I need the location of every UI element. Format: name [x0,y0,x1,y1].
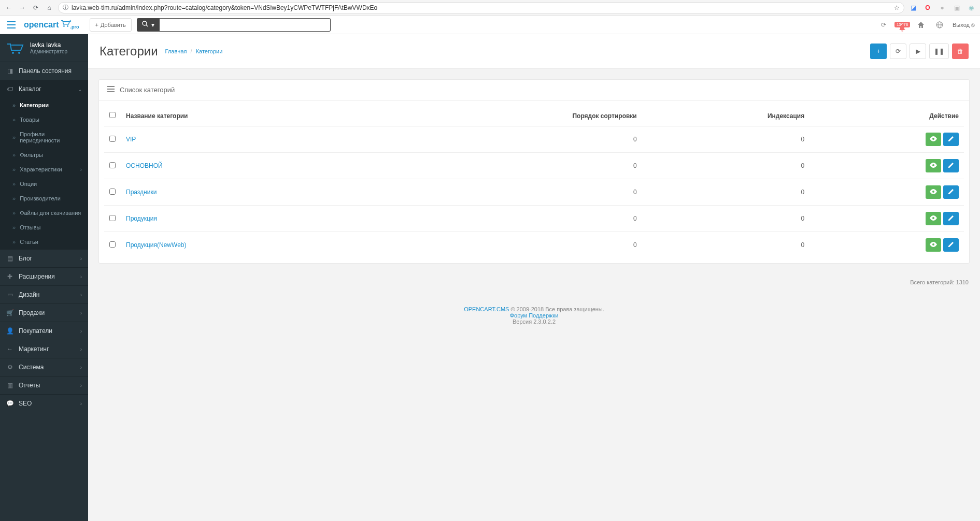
sidebar-menu: ◨Панель состояния 🏷Каталог⌄ »Категории »… [0,62,88,412]
cart-icon [60,20,72,30]
menu-label: Расширения [19,273,55,280]
col-action: Действие [809,106,964,126]
row-checkbox[interactable] [109,162,116,168]
sidebar-subitem-attributes[interactable]: »Характеристики› [0,162,88,177]
row-checkbox[interactable] [109,241,116,248]
sidebar-subitem-manufacturers[interactable]: »Производители [0,191,88,206]
search-icon [142,21,148,28]
category-link[interactable]: VIP [126,136,136,143]
edit-button[interactable] [943,185,959,199]
gear-icon: ⚙ [6,364,13,371]
refresh-icon[interactable]: ⟳ [878,19,889,31]
sidebar-item-marketing[interactable]: ←Маркетинг› [0,340,88,358]
category-link[interactable]: Праздники [126,189,157,196]
view-button[interactable] [926,133,941,146]
add-button[interactable]: + Добавить [90,18,132,32]
play-icon: ▶ [916,48,920,55]
edit-button[interactable] [943,212,959,225]
sidebar-subitem-downloads[interactable]: »Файлы для скачивания [0,206,88,220]
sidebar-item-system[interactable]: ⚙Система› [0,358,88,376]
row-checkbox[interactable] [109,189,116,195]
submenu-label: Файлы для скачивания [20,210,81,216]
col-sort[interactable]: Порядок сортировки [377,106,642,126]
sidebar-subitem-categories[interactable]: »Категории [0,98,88,112]
svg-point-16 [932,164,934,166]
sidebar-subitem-products[interactable]: »Товары [0,112,88,127]
view-button[interactable] [926,238,941,252]
sidebar-item-extensions[interactable]: ✚Расширения› [0,268,88,285]
row-index: 0 [642,126,810,153]
view-button[interactable] [926,212,941,225]
sidebar-subitem-filters[interactable]: »Фильтры [0,148,88,162]
footer-link[interactable]: OPENCART.CMS [464,306,509,312]
edit-button[interactable] [943,133,959,146]
logout-link[interactable]: Выход ⎋ [953,22,975,28]
sidebar-item-design[interactable]: ▭Дизайн› [0,286,88,303]
star-icon[interactable]: ☆ [894,4,900,11]
share-icon: ← [6,345,13,353]
row-sort: 0 [377,232,642,258]
sidebar-item-dashboard[interactable]: ◨Панель состояния [0,62,88,80]
trash-icon: 🗑 [957,48,963,55]
select-all-checkbox[interactable] [109,112,116,118]
view-button[interactable] [926,159,941,172]
ext-icon[interactable]: ▣ [952,3,961,12]
sidebar-item-catalog[interactable]: 🏷Каталог⌄ [0,80,88,98]
edit-button[interactable] [943,159,959,172]
submenu-label: Фильтры [20,152,43,158]
add-label: Добавить [101,22,126,28]
submenu-label: Статьи [20,239,38,245]
logo[interactable]: opencart .pro [24,20,79,30]
play-button[interactable]: ▶ [910,44,926,59]
search-type-dropdown[interactable]: ▾ [137,18,160,32]
notifications-icon[interactable]: 13078 [897,19,908,31]
footer: OPENCART.CMS © 2009-2018 Все права защищ… [88,296,980,340]
globe-icon[interactable] [934,19,945,31]
browser-reload-icon[interactable]: ⟳ [31,3,40,12]
pause-button[interactable]: ❚❚ [929,44,949,59]
ext-icon[interactable]: ● [938,3,947,12]
sidebar-subitem-profiles[interactable]: »Профили периодичности [0,127,88,148]
ext-opera-icon[interactable]: O [923,3,932,12]
category-link[interactable]: ОСНОВНОЙ [126,162,163,169]
cart-icon: 🛒 [6,309,13,316]
menu-toggle-icon[interactable] [5,19,18,31]
sidebar-submenu-catalog: »Категории »Товары »Профили периодичност… [0,98,88,249]
sidebar-subitem-reviews[interactable]: »Отзывы [0,220,88,235]
eye-icon [930,136,937,143]
refresh-button[interactable]: ⟳ [890,44,906,59]
plus-icon: + [95,22,98,28]
search-input[interactable] [160,18,331,32]
chevron-right-icon: › [80,401,82,407]
home-icon[interactable] [915,19,927,31]
sidebar-item-seo[interactable]: 💬SEO› [0,395,88,412]
breadcrumb: Главная / Категории [165,48,223,54]
breadcrumb-home[interactable]: Главная [165,48,187,54]
col-name[interactable]: Название категории [121,106,377,126]
browser-back-icon[interactable]: ← [4,3,13,12]
url-bar[interactable]: ⓘ lavka.web-tim.ru/admin/index.php?route… [58,2,904,13]
footer-forum-link[interactable]: Форум Поддержки [510,312,559,319]
row-checkbox[interactable] [109,215,116,221]
category-link[interactable]: Продукция(NewWeb) [126,241,187,249]
sidebar-item-customers[interactable]: 👤Покупатели› [0,322,88,340]
edit-button[interactable] [943,238,959,252]
breadcrumb-current[interactable]: Категории [196,48,223,54]
browser-home-icon[interactable]: ⌂ [45,3,54,12]
browser-forward-icon[interactable]: → [18,3,27,12]
sidebar-subitem-options[interactable]: »Опции [0,177,88,191]
sidebar-item-sales[interactable]: 🛒Продажи› [0,304,88,322]
sidebar-item-reports[interactable]: ▥Отчеты› [0,377,88,394]
category-link[interactable]: Продукция [126,215,157,222]
submenu-label: Отзывы [20,224,40,230]
ext-icon[interactable]: ◉ [967,3,976,12]
view-button[interactable] [926,185,941,199]
row-checkbox[interactable] [109,136,116,142]
sidebar-item-blog[interactable]: ▤Блог› [0,250,88,267]
sidebar-subitem-articles[interactable]: »Статьи [0,235,88,249]
delete-button[interactable]: 🗑 [952,44,969,59]
col-index[interactable]: Индексация [642,106,810,126]
ext-icon[interactable]: ◪ [908,3,918,12]
menu-label: SEO [19,400,32,407]
add-new-button[interactable]: + [870,44,887,59]
